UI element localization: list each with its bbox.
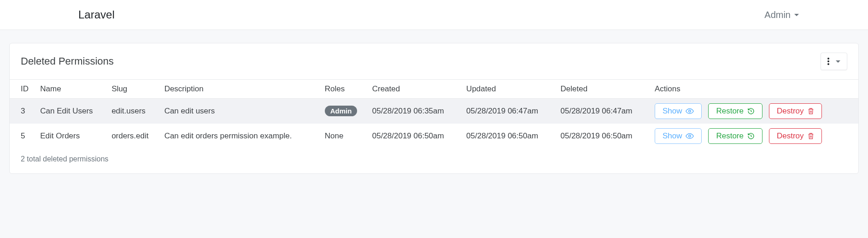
col-id: ID	[10, 80, 36, 99]
svg-point-2	[827, 63, 829, 65]
col-deleted: Deleted	[557, 80, 651, 99]
cell-created: 05/28/2019 06:35am	[369, 99, 463, 124]
history-icon	[747, 107, 755, 115]
col-name: Name	[36, 80, 108, 99]
cell-description: Can edit users	[161, 99, 321, 124]
role-text: None	[325, 131, 344, 140]
card-footer: 2 total deleted permissions	[10, 149, 858, 173]
eye-icon	[686, 133, 694, 139]
cell-slug: edit.users	[108, 99, 160, 124]
brand-link[interactable]: Laravel	[78, 8, 115, 21]
card-options-button[interactable]	[821, 53, 847, 70]
destroy-button[interactable]: Destroy	[769, 103, 822, 119]
cell-id: 3	[10, 99, 36, 124]
permissions-table: ID Name Slug Description Roles Created U…	[10, 79, 858, 149]
col-roles: Roles	[321, 80, 369, 99]
cell-deleted: 05/28/2019 06:50am	[557, 124, 651, 149]
cell-updated: 05/28/2019 06:47am	[463, 99, 557, 124]
cell-created: 05/28/2019 06:50am	[369, 124, 463, 149]
trash-icon	[808, 107, 814, 115]
restore-label: Restore	[716, 107, 744, 116]
history-icon	[747, 132, 755, 140]
cell-actions: Show Restore Destroy	[651, 124, 858, 149]
kebab-icon	[827, 58, 829, 65]
user-name: Admin	[764, 10, 791, 20]
cell-updated: 05/28/2019 06:50am	[463, 124, 557, 149]
col-created: Created	[369, 80, 463, 99]
user-dropdown[interactable]: Admin	[764, 10, 850, 20]
deleted-permissions-card: Deleted Permissions ID Name Slug Descrip…	[9, 43, 859, 174]
show-label: Show	[663, 131, 682, 141]
eye-icon	[686, 108, 694, 114]
col-actions: Actions	[651, 80, 858, 99]
role-badge: Admin	[325, 106, 358, 116]
navbar: Laravel Admin	[0, 0, 868, 30]
destroy-button[interactable]: Destroy	[769, 128, 822, 144]
svg-point-4	[689, 135, 691, 137]
show-button[interactable]: Show	[655, 128, 702, 144]
svg-point-3	[689, 110, 691, 113]
show-label: Show	[663, 107, 682, 116]
caret-down-icon	[836, 60, 840, 63]
caret-down-icon	[794, 14, 799, 16]
table-row: 5 Edit Orders orders.edit Can edit order…	[10, 124, 858, 149]
cell-actions: Show Restore Destroy	[651, 99, 858, 124]
cell-description: Can edit orders permission example.	[161, 124, 321, 149]
col-slug: Slug	[108, 80, 160, 99]
cell-id: 5	[10, 124, 36, 149]
cell-name: Can Edit Users	[36, 99, 108, 124]
cell-role: Admin	[321, 99, 369, 124]
restore-label: Restore	[716, 131, 744, 141]
card-title: Deleted Permissions	[21, 55, 114, 67]
restore-button[interactable]: Restore	[708, 103, 762, 119]
svg-point-0	[827, 58, 829, 60]
cell-role: None	[321, 124, 369, 149]
cell-name: Edit Orders	[36, 124, 108, 149]
cell-deleted: 05/28/2019 06:47am	[557, 99, 651, 124]
col-description: Description	[161, 80, 321, 99]
table-row: 3 Can Edit Users edit.users Can edit use…	[10, 99, 858, 124]
destroy-label: Destroy	[777, 131, 804, 141]
col-updated: Updated	[463, 80, 557, 99]
svg-point-1	[827, 60, 829, 62]
destroy-label: Destroy	[777, 107, 804, 116]
show-button[interactable]: Show	[655, 103, 702, 119]
trash-icon	[808, 132, 814, 140]
cell-slug: orders.edit	[108, 124, 160, 149]
restore-button[interactable]: Restore	[708, 128, 762, 144]
